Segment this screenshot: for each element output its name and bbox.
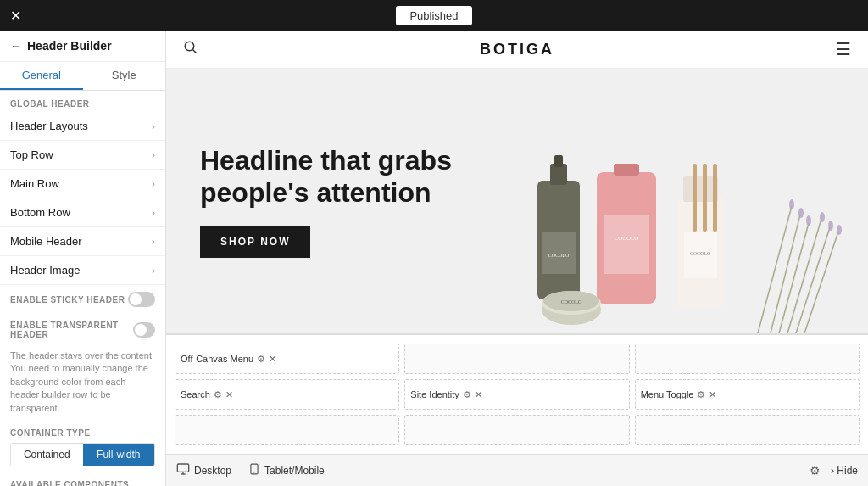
svg-rect-18 <box>703 164 707 232</box>
builder-row-1: Search ⚙ ✕ Site Identity ⚙ ✕ <box>175 379 860 410</box>
container-type-buttons: Contained Full-width <box>10 443 155 466</box>
transparent-note: The header stays over the content. You n… <box>0 346 165 422</box>
svg-line-26 <box>796 227 830 333</box>
site-header-preview: BOTIGA ☰ <box>166 31 868 69</box>
builder-tag: Search ⚙ ✕ <box>181 389 233 400</box>
main-layout: ← Header Builder General Style GLOBAL HE… <box>0 31 868 486</box>
chevron-icon: › <box>152 207 155 219</box>
hero-section: Headline that grabs people's attention S… <box>166 69 868 333</box>
chevron-icon: › <box>152 265 155 277</box>
close-icon[interactable]: ✕ <box>225 389 233 400</box>
builder-cell-0-0[interactable]: Off-Canvas Menu ⚙ ✕ <box>175 344 399 374</box>
container-type-label: CONTAINER TYPE <box>10 428 155 438</box>
gear-icon[interactable]: ⚙ <box>257 354 265 365</box>
tag-label: Site Identity <box>410 389 459 399</box>
available-components-section: AVAILABLE COMPONENTS Secondary Menu Soci… <box>0 473 165 486</box>
svg-point-33 <box>837 225 842 235</box>
tag-label: Off-Canvas Menu <box>181 354 253 364</box>
product-image-svg: COCOLO COCOLO COCOLO <box>529 155 851 333</box>
close-icon[interactable]: ✕ <box>475 389 482 400</box>
hero-text: Headline that grabs people's attention S… <box>200 144 453 259</box>
sticky-header-label: ENABLE STICKY HEADER <box>10 295 125 304</box>
menu-item-top-row[interactable]: Top Row › <box>0 141 165 170</box>
svg-rect-16 <box>683 176 718 202</box>
svg-text:COCOLO: COCOLO <box>548 253 570 258</box>
chevron-icon: › <box>152 178 155 190</box>
search-icon[interactable] <box>183 40 198 59</box>
builder-rows: Off-Canvas Menu ⚙ ✕ <box>175 344 860 445</box>
hide-button[interactable]: › Hide <box>831 465 858 477</box>
tablet-mobile-label: Tablet/Mobile <box>264 465 325 477</box>
menu-item-mobile-header[interactable]: Mobile Header › <box>0 227 165 256</box>
builder-tag: Off-Canvas Menu ⚙ ✕ <box>181 354 276 365</box>
tab-style[interactable]: Style <box>83 62 166 90</box>
content-area: BOTIGA ☰ Headline that grabs people's at… <box>166 31 868 486</box>
svg-rect-8 <box>604 215 649 274</box>
svg-text:COCOLO: COCOLO <box>690 251 711 256</box>
menu-item-label: Top Row <box>10 148 53 161</box>
tab-general[interactable]: General <box>0 62 83 90</box>
builder-row-2 <box>175 415 860 445</box>
sidebar: ← Header Builder General Style GLOBAL HE… <box>0 31 166 486</box>
tag-label: Menu Toggle <box>641 389 694 399</box>
menu-item-label: Main Row <box>10 177 59 190</box>
builder-cell-2-0[interactable] <box>175 415 399 445</box>
builder-cell-0-1[interactable] <box>404 344 629 374</box>
svg-point-31 <box>820 212 825 222</box>
hero-headline: Headline that grabs people's attention <box>200 144 453 209</box>
menu-item-label: Bottom Row <box>10 206 70 219</box>
builder-cell-0-2[interactable] <box>635 344 860 374</box>
menu-item-header-image[interactable]: Header Image › <box>0 256 165 285</box>
back-icon[interactable]: ← <box>10 39 22 53</box>
svg-line-25 <box>787 219 821 333</box>
gear-icon[interactable]: ⚙ <box>214 389 222 400</box>
builder-area: Off-Canvas Menu ⚙ ✕ <box>166 333 868 454</box>
settings-icon[interactable]: ⚙ <box>810 464 821 478</box>
builder-tag: Site Identity ⚙ ✕ <box>410 389 481 400</box>
preview-frame: BOTIGA ☰ Headline that grabs people's at… <box>166 31 868 454</box>
desktop-label: Desktop <box>194 465 231 477</box>
sidebar-title: Header Builder <box>27 39 112 53</box>
svg-rect-4 <box>554 155 563 167</box>
svg-line-27 <box>804 232 838 333</box>
contained-button[interactable]: Contained <box>11 444 83 466</box>
svg-rect-19 <box>713 164 717 232</box>
svg-point-32 <box>828 221 833 231</box>
svg-line-1 <box>192 49 197 53</box>
svg-text:COCOLO: COCOLO <box>561 299 582 304</box>
sticky-header-toggle[interactable] <box>128 292 155 307</box>
menu-item-bottom-row[interactable]: Bottom Row › <box>0 198 165 227</box>
shop-now-button[interactable]: SHOP NOW <box>200 226 310 258</box>
builder-cell-1-2[interactable]: Menu Toggle ⚙ ✕ <box>635 379 860 410</box>
svg-point-30 <box>806 215 811 226</box>
full-width-button[interactable]: Full-width <box>83 444 155 466</box>
transparent-header-label: ENABLE TRANSPARENT HEADER <box>10 321 133 339</box>
desktop-icon <box>176 462 190 478</box>
desktop-view-button[interactable]: Desktop <box>176 462 231 478</box>
svg-point-29 <box>798 208 804 218</box>
svg-point-0 <box>185 42 194 51</box>
gear-icon[interactable]: ⚙ <box>697 389 705 400</box>
builder-cell-2-2[interactable] <box>635 415 860 445</box>
builder-cell-2-1[interactable] <box>404 415 629 445</box>
sidebar-tabs: General Style <box>0 62 165 91</box>
close-icon[interactable]: ✕ <box>709 389 716 400</box>
svg-rect-10 <box>614 164 639 176</box>
gear-icon[interactable]: ⚙ <box>463 389 471 400</box>
preview-area: BOTIGA ☰ Headline that grabs people's at… <box>166 31 868 454</box>
tablet-mobile-view-button[interactable]: Tablet/Mobile <box>248 462 325 478</box>
site-brand: BOTIGA <box>480 41 554 59</box>
builder-cell-1-0[interactable]: Search ⚙ ✕ <box>175 379 399 410</box>
bottom-bar-right: ⚙ › Hide <box>810 464 858 478</box>
menu-item-label: Header Image <box>10 264 80 277</box>
close-icon[interactable]: ✕ <box>10 8 21 24</box>
menu-item-main-row[interactable]: Main Row › <box>0 170 165 198</box>
svg-rect-17 <box>693 164 697 232</box>
close-icon[interactable]: ✕ <box>269 354 276 365</box>
hamburger-icon[interactable]: ☰ <box>836 39 851 59</box>
menu-item-header-layouts[interactable]: Header Layouts › <box>0 112 165 141</box>
builder-cell-1-1[interactable]: Site Identity ⚙ ✕ <box>404 379 629 410</box>
tablet-icon <box>248 462 260 478</box>
transparent-header-toggle[interactable] <box>133 322 155 338</box>
published-button[interactable]: Published <box>396 6 471 25</box>
